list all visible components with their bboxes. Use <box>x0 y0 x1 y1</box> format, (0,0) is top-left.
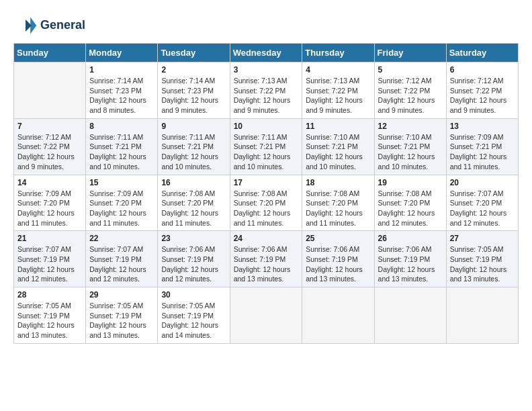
day-detail: Sunrise: 7:13 AMSunset: 7:22 PMDaylight:… <box>234 76 299 116</box>
day-detail: Sunrise: 7:12 AMSunset: 7:22 PMDaylight:… <box>378 76 443 116</box>
day-number: 27 <box>450 234 515 243</box>
calendar-cell: 10Sunrise: 7:11 AMSunset: 7:21 PMDayligh… <box>230 118 302 175</box>
calendar-table: SundayMondayTuesdayWednesdayThursdayFrid… <box>13 43 519 344</box>
calendar-cell: 18Sunrise: 7:08 AMSunset: 7:20 PMDayligh… <box>302 175 374 231</box>
day-detail: Sunrise: 7:08 AMSunset: 7:20 PMDaylight:… <box>378 189 443 228</box>
day-detail: Sunrise: 7:05 AMSunset: 7:19 PMDaylight:… <box>17 301 82 340</box>
day-number: 6 <box>450 65 515 75</box>
header-tuesday: Tuesday <box>158 44 230 62</box>
header-monday: Monday <box>86 44 158 62</box>
day-number: 10 <box>234 122 299 131</box>
calendar-cell: 6Sunrise: 7:12 AMSunset: 7:22 PMDaylight… <box>446 62 518 119</box>
day-number: 3 <box>234 65 299 75</box>
calendar-cell: 8Sunrise: 7:11 AMSunset: 7:21 PMDaylight… <box>86 118 158 175</box>
day-number: 19 <box>378 178 443 187</box>
day-number: 4 <box>306 65 370 75</box>
day-detail: Sunrise: 7:08 AMSunset: 7:20 PMDaylight:… <box>161 189 226 228</box>
calendar-week-row: 1Sunrise: 7:14 AMSunset: 7:23 PMDaylight… <box>14 62 519 119</box>
header-sunday: Sunday <box>14 44 86 62</box>
day-detail: Sunrise: 7:14 AMSunset: 7:23 PMDaylight:… <box>161 76 226 116</box>
day-detail: Sunrise: 7:09 AMSunset: 7:20 PMDaylight:… <box>17 189 82 228</box>
calendar-cell: 12Sunrise: 7:10 AMSunset: 7:21 PMDayligh… <box>374 118 446 175</box>
day-detail: Sunrise: 7:07 AMSunset: 7:19 PMDaylight:… <box>17 244 82 284</box>
calendar-header-row: SundayMondayTuesdayWednesdayThursdayFrid… <box>14 44 519 62</box>
day-detail: Sunrise: 7:10 AMSunset: 7:21 PMDaylight:… <box>306 132 370 172</box>
calendar-cell: 27Sunrise: 7:05 AMSunset: 7:19 PMDayligh… <box>446 231 518 287</box>
logo-text: General <box>40 19 85 32</box>
calendar-week-row: 14Sunrise: 7:09 AMSunset: 7:20 PMDayligh… <box>14 175 519 231</box>
day-number: 30 <box>161 290 226 300</box>
calendar-cell: 3Sunrise: 7:13 AMSunset: 7:22 PMDaylight… <box>230 62 302 119</box>
calendar-week-row: 28Sunrise: 7:05 AMSunset: 7:19 PMDayligh… <box>14 287 519 344</box>
day-detail: Sunrise: 7:08 AMSunset: 7:20 PMDaylight:… <box>234 189 299 228</box>
day-number: 5 <box>378 65 443 75</box>
day-detail: Sunrise: 7:12 AMSunset: 7:22 PMDaylight:… <box>17 132 82 172</box>
calendar-cell: 4Sunrise: 7:13 AMSunset: 7:22 PMDaylight… <box>302 62 374 119</box>
header-wednesday: Wednesday <box>230 44 302 62</box>
day-detail: Sunrise: 7:09 AMSunset: 7:21 PMDaylight:… <box>450 132 515 172</box>
day-detail: Sunrise: 7:11 AMSunset: 7:21 PMDaylight:… <box>89 132 154 172</box>
header-thursday: Thursday <box>302 44 374 62</box>
day-number: 15 <box>89 178 154 187</box>
calendar-cell: 30Sunrise: 7:05 AMSunset: 7:19 PMDayligh… <box>158 287 230 344</box>
day-number: 18 <box>306 178 370 187</box>
day-detail: Sunrise: 7:06 AMSunset: 7:19 PMDaylight:… <box>306 244 370 284</box>
day-detail: Sunrise: 7:09 AMSunset: 7:20 PMDaylight:… <box>89 189 154 228</box>
day-number: 22 <box>89 234 154 243</box>
calendar-cell: 16Sunrise: 7:08 AMSunset: 7:20 PMDayligh… <box>158 175 230 231</box>
calendar-cell: 9Sunrise: 7:11 AMSunset: 7:21 PMDaylight… <box>158 118 230 175</box>
calendar-cell: 7Sunrise: 7:12 AMSunset: 7:22 PMDaylight… <box>14 118 86 175</box>
calendar-cell: 17Sunrise: 7:08 AMSunset: 7:20 PMDayligh… <box>230 175 302 231</box>
day-detail: Sunrise: 7:12 AMSunset: 7:22 PMDaylight:… <box>450 76 515 116</box>
day-detail: Sunrise: 7:06 AMSunset: 7:19 PMDaylight:… <box>161 244 226 284</box>
day-detail: Sunrise: 7:08 AMSunset: 7:20 PMDaylight:… <box>306 189 370 228</box>
day-detail: Sunrise: 7:11 AMSunset: 7:21 PMDaylight:… <box>234 132 299 172</box>
calendar-cell <box>230 287 302 344</box>
day-number: 24 <box>234 234 299 243</box>
calendar-cell <box>374 287 446 344</box>
calendar-cell <box>302 287 374 344</box>
header-friday: Friday <box>374 44 446 62</box>
day-number: 11 <box>306 122 370 131</box>
day-number: 25 <box>306 234 370 243</box>
calendar-cell <box>446 287 518 344</box>
header-saturday: Saturday <box>446 44 518 62</box>
calendar-cell: 22Sunrise: 7:07 AMSunset: 7:19 PMDayligh… <box>86 231 158 287</box>
day-number: 1 <box>89 65 154 75</box>
day-number: 8 <box>89 122 154 131</box>
day-detail: Sunrise: 7:11 AMSunset: 7:21 PMDaylight:… <box>161 132 226 172</box>
page-header: General <box>13 13 519 38</box>
logo-icon <box>13 13 38 38</box>
day-number: 9 <box>161 122 226 131</box>
calendar-cell: 13Sunrise: 7:09 AMSunset: 7:21 PMDayligh… <box>446 118 518 175</box>
calendar-cell: 19Sunrise: 7:08 AMSunset: 7:20 PMDayligh… <box>374 175 446 231</box>
day-detail: Sunrise: 7:14 AMSunset: 7:23 PMDaylight:… <box>89 76 154 116</box>
day-number: 21 <box>17 234 82 243</box>
calendar-cell <box>14 62 86 119</box>
calendar-cell: 20Sunrise: 7:07 AMSunset: 7:20 PMDayligh… <box>446 175 518 231</box>
day-number: 29 <box>89 290 154 300</box>
day-detail: Sunrise: 7:05 AMSunset: 7:19 PMDaylight:… <box>450 244 515 284</box>
day-detail: Sunrise: 7:06 AMSunset: 7:19 PMDaylight:… <box>234 244 299 284</box>
day-number: 7 <box>17 122 82 131</box>
calendar-cell: 23Sunrise: 7:06 AMSunset: 7:19 PMDayligh… <box>158 231 230 287</box>
day-detail: Sunrise: 7:07 AMSunset: 7:19 PMDaylight:… <box>89 244 154 284</box>
calendar-cell: 1Sunrise: 7:14 AMSunset: 7:23 PMDaylight… <box>86 62 158 119</box>
day-number: 20 <box>450 178 515 187</box>
day-number: 14 <box>17 178 82 187</box>
day-number: 13 <box>450 122 515 131</box>
calendar-cell: 28Sunrise: 7:05 AMSunset: 7:19 PMDayligh… <box>14 287 86 344</box>
day-number: 23 <box>161 234 226 243</box>
day-number: 2 <box>161 65 226 75</box>
calendar-week-row: 21Sunrise: 7:07 AMSunset: 7:19 PMDayligh… <box>14 231 519 287</box>
day-detail: Sunrise: 7:05 AMSunset: 7:19 PMDaylight:… <box>89 301 154 340</box>
calendar-week-row: 7Sunrise: 7:12 AMSunset: 7:22 PMDaylight… <box>14 118 519 175</box>
calendar-cell: 26Sunrise: 7:06 AMSunset: 7:19 PMDayligh… <box>374 231 446 287</box>
day-detail: Sunrise: 7:10 AMSunset: 7:21 PMDaylight:… <box>378 132 443 172</box>
calendar-cell: 25Sunrise: 7:06 AMSunset: 7:19 PMDayligh… <box>302 231 374 287</box>
day-number: 12 <box>378 122 443 131</box>
calendar-cell: 2Sunrise: 7:14 AMSunset: 7:23 PMDaylight… <box>158 62 230 119</box>
day-number: 17 <box>234 178 299 187</box>
calendar-cell: 11Sunrise: 7:10 AMSunset: 7:21 PMDayligh… <box>302 118 374 175</box>
calendar-cell: 24Sunrise: 7:06 AMSunset: 7:19 PMDayligh… <box>230 231 302 287</box>
